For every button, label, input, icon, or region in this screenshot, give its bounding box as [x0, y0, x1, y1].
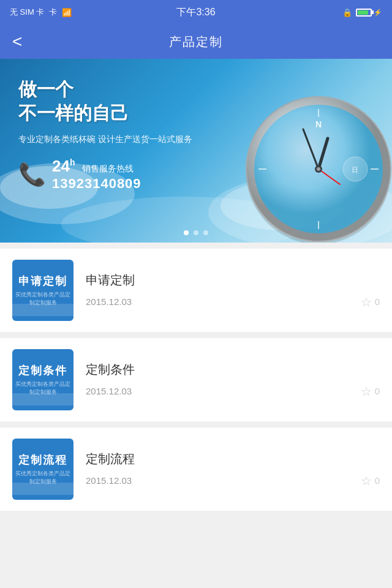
carrier-text: 无 SIM 卡	[10, 7, 44, 18]
thumb-sublabel-3: 买优秀定制各类产品定制定制服务	[12, 470, 74, 485]
banner-dots	[184, 230, 208, 235]
item-body-1: 申请定制 2015.12.03 ☆ 0	[86, 272, 380, 309]
fav-count-3: 0	[375, 475, 380, 486]
charging-icon: ⚡	[374, 9, 382, 17]
page-title: 产品定制	[169, 34, 223, 50]
thumb-sublabel-1: 买优秀定制各类产品定制定制服务	[12, 291, 74, 306]
item-date-3: 2015.12.03	[86, 475, 132, 486]
battery-fill	[358, 10, 368, 15]
battery-icon	[356, 9, 372, 17]
fav-count-1: 0	[375, 296, 380, 307]
hours-label: 24h 销售服务热线	[52, 157, 141, 176]
item-thumbnail-1: 申请定制 买优秀定制各类产品定制定制服务	[12, 260, 74, 321]
wifi-icon: 📶	[62, 8, 72, 17]
item-title-2: 定制条件	[86, 361, 380, 378]
item-body-2: 定制条件 2015.12.03 ☆ 0	[86, 361, 380, 399]
hotline-number: 13923140809	[52, 176, 141, 192]
item-meta-3: 2015.12.03 ☆ 0	[86, 473, 380, 488]
thumb-sublabel-2: 买优秀定制各类产品定制定制服务	[12, 380, 74, 396]
banner-dot-1[interactable]	[184, 230, 189, 235]
item-fav-3[interactable]: ☆ 0	[361, 473, 380, 488]
status-right: 🔒 ⚡	[342, 8, 382, 17]
item-title-1: 申请定制	[86, 272, 380, 288]
status-left: 无 SIM 卡 卡 📶	[10, 7, 72, 18]
thumb-label-2: 定制条件	[18, 363, 67, 378]
nav-bar: < 产品定制	[0, 24, 392, 59]
sim-icon: 卡	[49, 7, 57, 18]
item-title-3: 定制流程	[86, 451, 380, 467]
phone-icon: 📞	[18, 164, 46, 186]
svg-text:日: 日	[352, 166, 358, 173]
star-icon-3: ☆	[361, 473, 372, 488]
thumb-label-1: 申请定制	[18, 274, 67, 288]
clock-illustration: N 日	[233, 83, 392, 243]
star-icon-1: ☆	[361, 295, 372, 309]
banner-dot-3[interactable]	[203, 230, 208, 235]
list-item[interactable]: 定制条件 买优秀定制各类产品定制定制服务 定制条件 2015.12.03 ☆ 0	[0, 338, 392, 421]
status-bar: 无 SIM 卡 卡 📶 下午3:36 🔒 ⚡	[0, 0, 392, 24]
item-date-2: 2015.12.03	[86, 386, 132, 396]
item-thumbnail-2: 定制条件 买优秀定制各类产品定制定制服务	[12, 349, 74, 410]
banner-title: 做一个 不一样的自己	[18, 77, 192, 125]
svg-text:N: N	[315, 119, 322, 129]
banner: 做一个 不一样的自己 专业定制各类纸杯碗 设计生产送货一站式服务 📞 24h 销…	[0, 59, 392, 243]
item-meta-2: 2015.12.03 ☆ 0	[86, 384, 380, 399]
list-item[interactable]: 申请定制 买优秀定制各类产品定制定制服务 申请定制 2015.12.03 ☆ 0	[0, 249, 392, 332]
banner-content: 做一个 不一样的自己 专业定制各类纸杯碗 设计生产送货一站式服务 📞 24h 销…	[18, 77, 192, 192]
item-meta-1: 2015.12.03 ☆ 0	[86, 295, 380, 309]
item-fav-1[interactable]: ☆ 0	[361, 295, 380, 309]
banner-dot-2[interactable]	[194, 230, 198, 235]
item-fav-2[interactable]: ☆ 0	[361, 384, 380, 399]
banner-subtitle: 专业定制各类纸杯碗 设计生产送货一站式服务	[18, 132, 192, 146]
banner-phone-row: 📞 24h 销售服务热线 13923140809	[18, 157, 192, 192]
item-thumbnail-3: 定制流程 买优秀定制各类产品定制定制服务	[12, 439, 74, 500]
list-item[interactable]: 定制流程 买优秀定制各类产品定制定制服务 定制流程 2015.12.03 ☆ 0	[0, 428, 392, 511]
item-body-3: 定制流程 2015.12.03 ☆ 0	[86, 451, 380, 488]
lock-icon: 🔒	[342, 8, 352, 17]
battery-container: ⚡	[356, 9, 382, 17]
svg-point-17	[317, 167, 320, 171]
fav-count-2: 0	[375, 386, 380, 396]
star-icon-2: ☆	[361, 384, 372, 399]
status-time: 下午3:36	[176, 6, 215, 19]
back-button[interactable]: <	[12, 33, 22, 50]
banner-hotline: 24h 销售服务热线 13923140809	[52, 157, 141, 192]
hotline-label-text: 销售服务热线	[82, 164, 134, 173]
item-date-1: 2015.12.03	[86, 296, 132, 307]
content-area: 申请定制 买优秀定制各类产品定制定制服务 申请定制 2015.12.03 ☆ 0…	[0, 243, 392, 523]
thumb-label-3: 定制流程	[18, 453, 67, 467]
